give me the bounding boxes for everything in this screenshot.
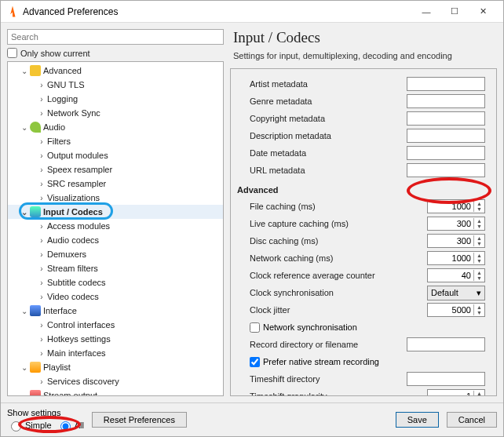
chevron-down-icon[interactable]: ⌄ xyxy=(19,208,30,217)
tree-item[interactable]: ›Stream filters xyxy=(8,261,223,275)
page-subtitle: Settings for input, demultiplexing, deco… xyxy=(233,51,497,60)
chevron-down-icon[interactable]: ⌄ xyxy=(19,391,30,397)
chevron-down-icon[interactable]: ⌄ xyxy=(19,67,30,75)
chevron-right-icon[interactable]: › xyxy=(36,293,47,301)
chevron-down-icon[interactable]: ⌄ xyxy=(19,123,30,132)
chevron-right-icon[interactable]: › xyxy=(36,180,47,188)
only-show-current-label: Only show current xyxy=(20,49,90,58)
tree-category-interface[interactable]: ⌄Interface xyxy=(8,304,223,318)
input-url-metadata[interactable] xyxy=(407,163,485,177)
chevron-right-icon[interactable]: › xyxy=(36,349,47,358)
tree-item[interactable]: ›Network Sync xyxy=(8,106,223,120)
label-url: URL metadata xyxy=(237,166,402,175)
spinner-arrows-icon[interactable]: ▲▼ xyxy=(473,201,484,212)
chevron-down-icon[interactable]: ⌄ xyxy=(19,363,30,372)
cancel-button[interactable]: Cancel xyxy=(447,412,497,428)
only-show-current-checkbox[interactable]: Only show current xyxy=(7,48,224,58)
tree-item[interactable]: ›Video codecs xyxy=(8,290,223,304)
tree-item[interactable]: ›Logging xyxy=(8,92,223,106)
spin-network-caching[interactable]: ▲▼ xyxy=(427,251,485,265)
chevron-right-icon[interactable]: › xyxy=(36,335,47,344)
chevron-right-icon[interactable]: › xyxy=(36,222,47,231)
input-artist-metadata[interactable] xyxy=(407,77,485,91)
radio-simple[interactable]: Simple xyxy=(7,419,52,432)
category-icon xyxy=(30,206,41,217)
save-button[interactable]: Save xyxy=(396,412,439,428)
input-date-metadata[interactable] xyxy=(407,146,485,160)
chevron-right-icon[interactable]: › xyxy=(36,264,47,273)
tree-item[interactable]: ›Filters xyxy=(8,134,223,148)
preferences-tree[interactable]: ⌄Advanced›GNU TLS›Logging›Network Sync⌄A… xyxy=(7,61,224,396)
spin-live-caching[interactable]: ▲▼ xyxy=(427,217,485,231)
titlebar: Advanced Preferences — ☐ ✕ xyxy=(1,1,503,23)
category-icon xyxy=(30,65,41,76)
label-live-caching: Live capture caching (ms) xyxy=(237,219,422,228)
label-genre: Genre metadata xyxy=(237,97,402,106)
category-icon xyxy=(30,305,41,316)
tree-category-input[interactable]: ⌄Input / Codecs xyxy=(8,205,223,219)
spinner-arrows-icon[interactable]: ▲▼ xyxy=(473,391,484,396)
chevron-right-icon[interactable]: › xyxy=(36,95,47,104)
spin-file-caching[interactable]: ▲▼ xyxy=(427,199,485,213)
spin-timeshift-granularity[interactable]: ▲▼ xyxy=(427,389,485,396)
label-disc-caching: Disc caching (ms) xyxy=(237,236,422,246)
label-timeshift-gran: Timeshift granularity xyxy=(237,391,422,396)
search-input[interactable] xyxy=(7,29,224,45)
spinner-arrows-icon[interactable]: ▲▼ xyxy=(473,253,484,264)
tree-item[interactable]: ›Hotkeys settings xyxy=(8,332,223,346)
chevron-right-icon[interactable]: › xyxy=(36,166,47,174)
tree-item[interactable]: ›Speex resampler xyxy=(8,162,223,177)
tree-category-advanced[interactable]: ⌄Advanced xyxy=(8,64,223,78)
label-artist: Artist metadata xyxy=(237,79,402,89)
chevron-down-icon[interactable]: ⌄ xyxy=(19,307,30,315)
tree-category-audio[interactable]: ⌄Audio xyxy=(8,120,223,134)
chevron-right-icon[interactable]: › xyxy=(36,151,47,160)
tree-category-playlist[interactable]: ⌄Playlist xyxy=(8,360,223,374)
chevron-right-icon[interactable]: › xyxy=(36,236,47,245)
tree-item[interactable]: ›Audio codecs xyxy=(8,233,223,247)
spin-disc-caching[interactable]: ▲▼ xyxy=(427,234,485,248)
input-copyright-metadata[interactable] xyxy=(407,111,485,126)
tree-item[interactable]: ›Demuxers xyxy=(8,247,223,261)
label-desc: Description metadata xyxy=(237,131,402,140)
tree-item[interactable]: ›GNU TLS xyxy=(8,78,223,92)
chevron-right-icon[interactable]: › xyxy=(36,377,47,386)
chevron-right-icon[interactable]: › xyxy=(36,109,47,118)
chevron-right-icon[interactable]: › xyxy=(36,81,47,89)
chevron-right-icon[interactable]: › xyxy=(36,194,47,202)
chevron-right-icon[interactable]: › xyxy=(36,321,47,330)
input-record-directory[interactable] xyxy=(407,337,485,351)
input-description-metadata[interactable] xyxy=(407,129,485,143)
tree-item[interactable]: ›Visualizations xyxy=(8,191,223,205)
label-file-caching: File caching (ms) xyxy=(237,202,422,211)
tree-category-stream[interactable]: ⌄Stream output xyxy=(8,388,223,396)
minimize-button[interactable]: — xyxy=(412,3,440,20)
tree-item[interactable]: ›Main interfaces xyxy=(8,346,223,360)
checkbox-prefer-native[interactable]: Prefer native stream recording xyxy=(237,353,485,370)
chevron-right-icon[interactable]: › xyxy=(36,279,47,287)
tree-item[interactable]: ›SRC resampler xyxy=(8,177,223,191)
spinner-arrows-icon[interactable]: ▲▼ xyxy=(473,235,484,246)
spin-clock-jitter[interactable]: ▲▼ xyxy=(427,303,485,317)
reset-preferences-button[interactable]: Reset Preferences xyxy=(92,412,187,428)
close-button[interactable]: ✕ xyxy=(469,3,497,20)
radio-all[interactable]: All xyxy=(57,419,84,432)
tree-item[interactable]: ›Subtitle codecs xyxy=(8,275,223,290)
select-clock-sync[interactable]: Default▾ xyxy=(427,286,485,300)
spinner-arrows-icon[interactable]: ▲▼ xyxy=(473,218,484,229)
tree-item[interactable]: ›Output modules xyxy=(8,148,223,162)
page-title: Input / Codecs xyxy=(233,29,497,46)
input-timeshift-directory[interactable] xyxy=(407,372,485,386)
window-title: Advanced Preferences xyxy=(23,6,412,17)
tree-item[interactable]: ›Services discovery xyxy=(8,374,223,388)
chevron-right-icon[interactable]: › xyxy=(36,137,47,146)
checkbox-network-sync[interactable]: Network synchronisation xyxy=(237,319,485,336)
tree-item[interactable]: ›Control interfaces xyxy=(8,318,223,332)
input-genre-metadata[interactable] xyxy=(407,94,485,108)
spinner-arrows-icon[interactable]: ▲▼ xyxy=(473,304,484,315)
maximize-button[interactable]: ☐ xyxy=(440,3,469,20)
spin-clock-average[interactable]: ▲▼ xyxy=(427,268,485,282)
spinner-arrows-icon[interactable]: ▲▼ xyxy=(473,270,484,281)
tree-item[interactable]: ›Access modules xyxy=(8,219,223,233)
chevron-right-icon[interactable]: › xyxy=(36,250,47,259)
